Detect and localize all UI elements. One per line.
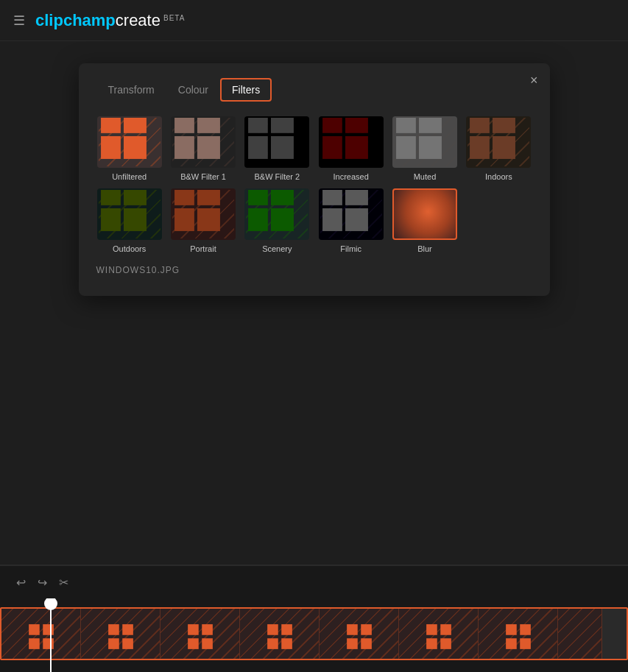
windows-logo-icon	[97, 188, 155, 233]
filter-item-blur[interactable]: Blur	[392, 188, 458, 253]
timeline-toolbar: ↩ ↪ ✂	[0, 566, 628, 598]
svg-rect-47	[122, 638, 133, 649]
redo-button[interactable]: ↪	[33, 573, 52, 593]
filter-label-scenery: Scenery	[262, 244, 292, 253]
svg-rect-54	[267, 638, 278, 649]
dialog-tabs: Transform Colour Filters	[96, 78, 532, 102]
brand: clipchamp create BETA	[35, 11, 185, 30]
svg-rect-58	[347, 638, 358, 649]
filter-item-filmic[interactable]: Filmic	[318, 188, 384, 253]
main-content: × Transform Colour Filters	[0, 41, 628, 672]
svg-rect-19	[419, 136, 442, 159]
hamburger-icon[interactable]: ☰	[13, 13, 25, 29]
brand-clipchamp: clipchamp	[35, 11, 116, 30]
svg-rect-25	[124, 188, 147, 205]
tab-transform[interactable]: Transform	[96, 78, 166, 102]
tab-colour[interactable]: Colour	[166, 78, 220, 102]
filter-item-outdoors[interactable]: Outdoors	[96, 188, 163, 253]
undo-button[interactable]: ↩	[12, 573, 30, 593]
svg-rect-27	[124, 208, 147, 231]
svg-rect-26	[101, 208, 121, 231]
svg-rect-46	[108, 638, 119, 649]
filter-item-portrait[interactable]: Portrait	[170, 188, 236, 253]
timeline-frame-1	[1, 609, 81, 659]
svg-rect-8	[248, 116, 268, 133]
filter-item-muted[interactable]: Muted	[392, 116, 458, 181]
svg-rect-17	[419, 116, 442, 133]
frame-windows-logo-icon	[187, 623, 214, 650]
svg-rect-62	[426, 638, 437, 649]
windows-logo-icon	[171, 116, 228, 160]
svg-rect-18	[396, 136, 416, 159]
filter-item-scenery[interactable]: Scenery	[244, 188, 310, 253]
svg-rect-39	[345, 208, 368, 231]
filter-item-unfiltered[interactable]: Unfiltered	[96, 116, 163, 181]
svg-rect-60	[426, 624, 437, 635]
filter-thumb-muted	[392, 116, 457, 168]
svg-rect-32	[248, 188, 268, 205]
svg-rect-23	[493, 136, 515, 159]
filter-thumb-filmic	[319, 188, 384, 240]
svg-rect-13	[345, 116, 368, 133]
svg-rect-11	[271, 136, 294, 159]
svg-rect-51	[202, 638, 213, 649]
timeline-area: ↩ ↪ ✂	[0, 565, 628, 672]
close-button[interactable]: ×	[530, 74, 538, 87]
svg-rect-22	[470, 136, 490, 159]
svg-rect-2	[101, 136, 121, 159]
filter-thumb-blur	[392, 188, 457, 240]
svg-rect-66	[506, 638, 517, 649]
cut-button[interactable]: ✂	[54, 573, 73, 593]
windows-logo-icon	[97, 116, 155, 160]
svg-rect-21	[493, 116, 515, 133]
filter-thumb-indoors	[466, 116, 531, 168]
svg-rect-14	[322, 136, 342, 159]
svg-rect-65	[520, 624, 531, 635]
filter-label-bw2: B&W Filter 2	[254, 172, 300, 181]
timeline-frame-4	[240, 609, 320, 659]
svg-rect-56	[347, 624, 358, 635]
filter-thumb-bw2	[244, 116, 309, 168]
filter-thumb-outdoors	[97, 188, 162, 240]
filter-item-bw2[interactable]: B&W Filter 2	[244, 116, 310, 181]
filter-label-unfiltered: Unfiltered	[112, 172, 147, 181]
timeline-track-area[interactable]	[0, 598, 628, 672]
svg-rect-43	[43, 638, 54, 649]
frame-windows-logo-icon	[346, 623, 373, 650]
frame-windows-logo-icon	[107, 623, 134, 650]
svg-rect-48	[188, 624, 199, 635]
svg-rect-61	[440, 624, 451, 635]
timeline-frame-6	[399, 609, 479, 659]
svg-rect-63	[440, 638, 451, 649]
timeline-frame-5	[320, 609, 399, 659]
svg-rect-33	[271, 188, 294, 205]
svg-rect-36	[322, 188, 342, 205]
brand-beta: BETA	[163, 14, 185, 22]
svg-rect-67	[520, 638, 531, 649]
topbar: ☰ clipchamp create BETA	[0, 0, 628, 41]
filter-thumb-increased	[319, 116, 384, 168]
frame-windows-logo-icon	[426, 623, 452, 650]
svg-rect-1	[124, 116, 147, 133]
filter-thumb-unfiltered	[97, 116, 162, 168]
filter-label-filmic: Filmic	[340, 244, 361, 253]
windows-logo-icon	[319, 116, 376, 160]
filter-item-indoors[interactable]: Indoors	[465, 116, 532, 181]
svg-rect-20	[470, 116, 490, 133]
windows-logo-icon	[319, 188, 376, 233]
svg-rect-5	[197, 116, 220, 133]
svg-rect-35	[271, 208, 294, 231]
windows-logo-icon	[244, 188, 302, 233]
windows-logo-icon	[466, 116, 523, 160]
svg-rect-30	[174, 208, 194, 231]
timeline-frame-2	[81, 609, 160, 659]
filter-label-increased: Increased	[334, 172, 369, 181]
tab-filters[interactable]: Filters	[220, 78, 272, 102]
svg-rect-31	[197, 208, 220, 231]
file-label: WINDOWS10.JPG	[96, 265, 532, 275]
svg-rect-55	[281, 638, 292, 649]
filter-item-bw1[interactable]: B&W Filter 1	[170, 116, 236, 181]
filter-item-increased[interactable]: Increased	[318, 116, 384, 181]
timeline-frame-8	[558, 609, 602, 659]
svg-rect-37	[345, 188, 368, 205]
